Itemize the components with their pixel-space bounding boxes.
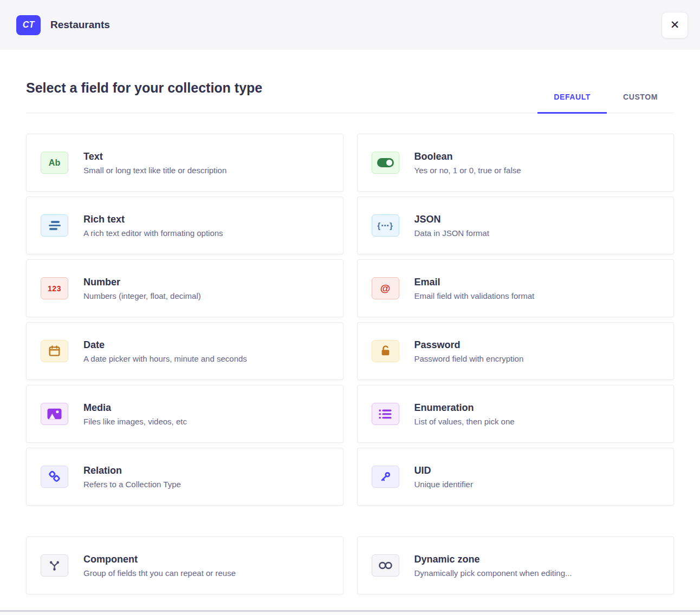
field-card-rich-text[interactable]: Rich text A rich text editor with format… [26, 197, 343, 254]
field-card-description: Email field with validations format [414, 291, 535, 300]
modal-header: CT Restaurants ✕ [0, 0, 700, 50]
field-card-description: Yes or no, 1 or 0, true or false [414, 166, 521, 175]
field-card-description: Unique identifier [414, 480, 473, 489]
date-calendar-icon [41, 340, 68, 362]
modal-body: Select a field for your collection type … [0, 80, 700, 594]
rich-text-icon [41, 214, 68, 237]
field-card-title: Email [414, 277, 535, 288]
field-card-title: Media [83, 402, 187, 414]
field-card-dynamic-zone[interactable]: Dynamic zone Dynamically pick component … [357, 537, 675, 594]
field-card-description: Group of fields tht you can repeat or re… [83, 568, 236, 578]
enumeration-list-icon [372, 403, 399, 425]
field-card-title: Rich text [83, 214, 223, 225]
advanced-cards-grid: Component Group of fields tht you can re… [26, 537, 674, 594]
field-card-media[interactable]: Media Files like images, videos, etc [26, 385, 343, 443]
field-cards-grid: Ab Text Small or long text like title or… [26, 134, 674, 506]
password-lock-icon [372, 340, 399, 362]
field-card-date[interactable]: Date A date picker with hours, minute an… [26, 322, 343, 380]
field-card-description: A date picker with hours, minute and sec… [83, 354, 247, 363]
relation-link-icon [41, 466, 68, 488]
field-card-title: Enumeration [414, 402, 515, 414]
tabs: DEFAULT CUSTOM [537, 86, 674, 113]
page-title: Select a field for your collection type [26, 80, 262, 113]
field-card-description: Small or long text like title or descrip… [83, 166, 226, 175]
modal-title: Restaurants [50, 19, 110, 31]
field-card-title: JSON [414, 214, 489, 225]
field-card-enumeration[interactable]: Enumeration List of values, then pick on… [357, 385, 675, 443]
uid-key-icon [372, 466, 399, 488]
field-card-password[interactable]: Password Password field with encryption [357, 322, 675, 380]
field-card-description: Data in JSON format [414, 228, 489, 238]
number-icon: 123 [41, 277, 68, 299]
field-card-boolean[interactable]: Boolean Yes or no, 1 or 0, true or false [357, 134, 675, 192]
field-card-title: Relation [83, 465, 181, 476]
field-card-description: Dynamically pick component when editing.… [414, 568, 572, 578]
media-picture-icon [41, 403, 68, 425]
field-card-title: UID [414, 465, 473, 476]
field-type-modal: CT Restaurants ✕ Select a field for your… [0, 0, 700, 615]
field-card-description: A rich text editor with formating option… [83, 228, 223, 238]
close-button[interactable]: ✕ [662, 12, 688, 38]
field-card-relation[interactable]: Relation Refers to a Collection Type [26, 448, 343, 506]
field-card-title: Text [83, 151, 226, 162]
field-card-description: Numbers (integer, float, decimal) [83, 291, 201, 300]
field-card-text[interactable]: Ab Text Small or long text like title or… [26, 134, 343, 192]
field-card-uid[interactable]: UID Unique identifier [357, 448, 675, 506]
title-tabs-row: Select a field for your collection type … [26, 80, 674, 113]
field-card-email[interactable]: @ Email Email field with validations for… [357, 259, 675, 317]
text-field-icon: Ab [41, 152, 68, 174]
field-card-title: Date [83, 339, 247, 351]
email-at-icon: @ [372, 277, 399, 299]
close-icon: ✕ [670, 18, 680, 31]
field-card-description: Files like images, videos, etc [83, 417, 187, 426]
tab-custom[interactable]: CUSTOM [607, 86, 674, 114]
field-card-title: Password [414, 339, 524, 351]
collection-type-badge: CT [16, 15, 41, 35]
field-card-title: Boolean [414, 151, 521, 162]
field-card-component[interactable]: Component Group of fields tht you can re… [26, 537, 343, 594]
tab-default[interactable]: DEFAULT [537, 86, 607, 114]
json-icon: {⋯} [372, 214, 399, 237]
field-card-title: Component [83, 554, 236, 565]
field-card-title: Number [83, 277, 201, 288]
field-card-description: Password field with encryption [414, 354, 524, 363]
dynamic-zone-infinity-icon [372, 554, 399, 577]
component-nodes-icon [41, 554, 68, 577]
field-card-description: List of values, then pick one [414, 417, 515, 426]
modal-footer-edge [0, 610, 700, 615]
boolean-toggle-icon [372, 152, 399, 174]
field-card-number[interactable]: 123 Number Numbers (integer, float, deci… [26, 259, 343, 317]
field-card-description: Refers to a Collection Type [83, 480, 181, 489]
field-card-json[interactable]: {⋯} JSON Data in JSON format [357, 197, 675, 254]
field-card-title: Dynamic zone [414, 554, 572, 565]
